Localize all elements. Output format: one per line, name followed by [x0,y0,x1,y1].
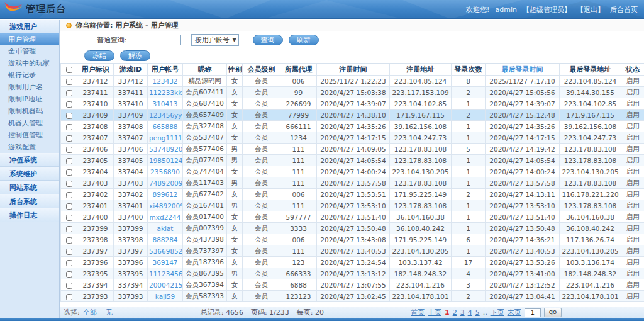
unfreeze-button[interactable]: 解冻 [120,50,150,61]
logout-link[interactable]: 【退出】 [577,5,604,14]
page-link[interactable]: 1 [445,308,450,317]
goto-page-input[interactable] [525,308,541,317]
row-checkbox[interactable] [66,79,72,85]
page-link[interactable]: 3 [460,308,465,317]
row-checkbox[interactable] [66,181,72,187]
row-checkbox[interactable] [66,124,72,130]
cell-account[interactable]: 123432 [148,76,183,87]
cell-reg_time: 2025/11/27 1:22:23 [317,76,390,87]
row-checkbox[interactable] [66,147,72,153]
page-link[interactable]: 5 [475,308,480,317]
sidebar-section[interactable]: 后台系统 [0,194,59,208]
page-link[interactable]: 2 [453,308,457,317]
cell-reg_addr: 171.95.225.149 [390,189,452,200]
cell-game_id: 337401 [114,200,148,211]
sidebar-section[interactable]: 网站系统 [0,181,59,194]
cell-game_id: 337396 [114,257,148,268]
cell-last_login_addr: 171.9.167.115 [560,110,621,121]
row-checkbox[interactable] [66,294,72,300]
cell-level: 会员 [243,234,280,245]
backend-home-link[interactable]: 后台首页 [610,5,638,14]
row-checkbox[interactable] [66,101,72,108]
sidebar-section[interactable]: 游戏用户 [0,20,59,33]
sidebar-section[interactable]: 系统维护 [0,167,59,181]
row-checkbox[interactable] [66,260,72,266]
cell-account[interactable]: 198501248 [148,155,183,166]
first-page-link[interactable]: 首页 [411,308,425,317]
query-button[interactable]: 查询 [253,35,283,45]
cell-status: 启用 [621,166,644,177]
cell-account[interactable]: mxd2244 [148,211,183,223]
cell-user_id: 237406 [77,144,114,155]
prev-page-link[interactable]: 上页 [428,308,441,317]
row-checkbox[interactable] [66,215,72,221]
select-all-link[interactable]: 全部 [83,308,97,317]
cell-login_count: 1 [452,245,486,257]
cell-account[interactable]: 20004215 [148,279,183,291]
row-checkbox[interactable] [66,192,72,198]
cell-account[interactable]: 2356890 [148,166,183,177]
cell-gender: 男 [227,144,243,155]
cell-account[interactable]: 11123456 [148,268,183,279]
row-checkbox[interactable] [66,249,72,255]
cell-account[interactable]: 74892009 [148,177,183,189]
sidebar-item[interactable]: 用户管理 [0,33,59,45]
column-header-last_login_time[interactable]: 最后登录时间 [486,64,560,76]
cell-account[interactable]: 536698526 [148,245,183,257]
cell-account[interactable]: 369147 [148,257,183,268]
cell-account[interactable]: 310413 [148,98,183,110]
sidebar-item[interactable]: 金币管理 [0,45,59,57]
row-checkbox[interactable] [66,237,72,244]
cell-account[interactable]: 888284 [148,234,183,245]
goto-page-button[interactable]: go [544,308,562,317]
next-page-link[interactable]: 下页 [491,308,504,317]
cell-account[interactable]: 123456yyy [148,110,183,121]
cell-account[interactable]: aklat [148,223,183,234]
cell-account[interactable]: 899612 [148,189,183,200]
sidebar-item[interactable]: 游戏配置 [0,141,59,153]
sidebar-item[interactable]: 游戏中的玩家 [0,57,59,69]
row-checkbox[interactable] [66,135,72,142]
cell-agent: 226699 [280,98,317,110]
row-checkbox[interactable] [66,158,72,164]
page-link[interactable]: 4 [468,308,472,317]
cell-reg_addr: 223.117.153.109 [390,87,452,98]
cell-account[interactable]: 665888 [148,121,183,132]
sidebar-item[interactable]: 银行记录 [0,69,59,81]
sidebar-item[interactable]: 限制机器码 [0,105,59,117]
cell-account[interactable]: kaji59 [148,291,183,302]
cell-account[interactable]: 537489200 [148,144,183,155]
sidebar-section[interactable]: 冲值系统 [0,153,59,167]
sidebar-item[interactable]: 机器人管理 [0,117,59,129]
row-checkbox[interactable] [66,90,72,96]
row-checkbox[interactable] [66,203,72,210]
sidebar-item[interactable]: 限制用户名 [0,81,59,93]
sidebar-item[interactable]: 限制IP地址 [0,93,59,105]
row-checkbox-cell [61,234,77,245]
last-page-link[interactable]: 末页 [508,308,521,317]
table-row: 237397337397536698526会员737397女会员1112020/… [61,245,644,257]
header-facet-decoration [264,0,402,19]
cell-account[interactable]: xi4892009 [148,200,183,211]
freeze-button[interactable]: 冻结 [84,50,114,61]
cell-last_login_addr: 223.104.1.216 [560,279,621,291]
cell-last_login_time: 2020/4/27 14:00:24 [486,166,560,177]
row-checkbox[interactable] [66,169,72,176]
refresh-button[interactable]: 刷新 [289,35,319,45]
select-all-checkbox[interactable] [66,67,72,73]
search-type-select[interactable]: 按用户帐号 ▼ [191,34,239,46]
search-input[interactable] [130,35,181,45]
cell-nickname: 会员077405 [183,155,227,166]
select-none-link[interactable]: 无 [106,308,113,317]
row-checkbox[interactable] [66,226,72,232]
cell-last_login_addr: 39.162.156.108 [560,121,621,132]
row-checkbox[interactable] [66,113,72,119]
cell-account[interactable]: 112233kk [148,87,183,98]
row-checkbox[interactable] [66,271,72,278]
sidebar-item[interactable]: 控制值管理 [0,129,59,141]
cell-account[interactable]: peng1111 [148,132,183,144]
row-checkbox[interactable] [66,283,72,289]
sidebar-section[interactable]: 操作日志 [0,208,59,222]
cell-reg_addr: 171.95.225.149 [390,234,452,245]
table-row: 23739433739420004215会员367394女会员68882020/… [61,279,644,291]
